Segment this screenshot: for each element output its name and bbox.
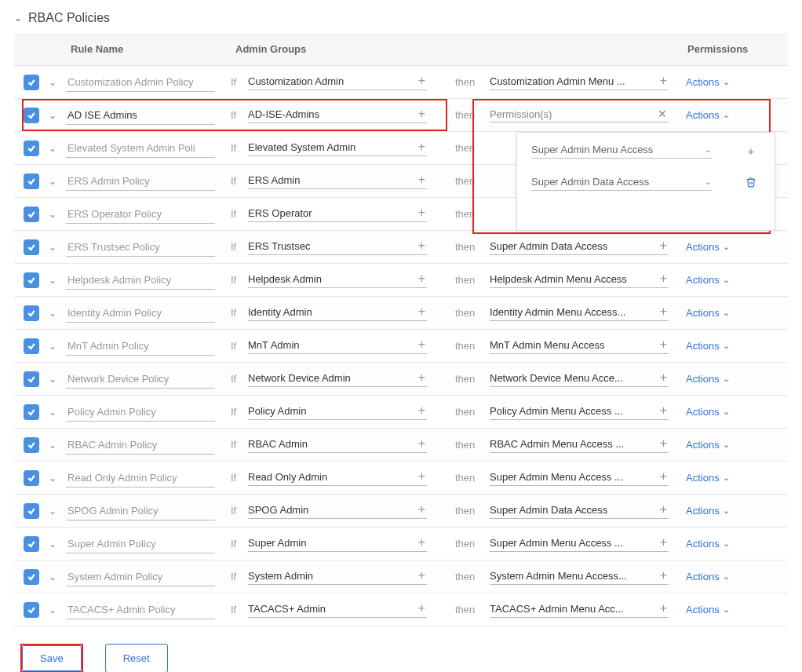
actions-menu[interactable]: Actions⌄ xyxy=(686,274,730,286)
permission-dropdown[interactable]: System Admin Menu Access...+ xyxy=(490,568,669,585)
rule-name-input[interactable] xyxy=(66,502,215,520)
row-checkbox[interactable] xyxy=(24,141,39,156)
rule-name-input[interactable] xyxy=(66,271,215,290)
plus-icon[interactable]: + xyxy=(658,568,669,583)
rule-name-input[interactable] xyxy=(66,370,215,389)
row-checkbox[interactable] xyxy=(24,108,39,123)
plus-icon[interactable]: + xyxy=(658,74,669,88)
chevron-down-icon[interactable]: ⌄ xyxy=(49,143,66,154)
chevron-down-icon[interactable]: ⌄ xyxy=(49,473,66,484)
admin-group-dropdown[interactable]: Elevated System Admin+ xyxy=(248,140,427,156)
admin-group-dropdown[interactable]: SPOG Admin+ xyxy=(248,502,427,519)
rule-name-input[interactable] xyxy=(66,469,215,488)
plus-icon[interactable]: + xyxy=(658,601,669,615)
plus-icon[interactable]: + xyxy=(417,535,427,550)
admin-group-dropdown[interactable]: Policy Admin+ xyxy=(248,404,427,420)
section-header[interactable]: ⌄ RBAC Policies xyxy=(14,8,788,33)
actions-menu[interactable]: Actions⌄ xyxy=(686,241,730,253)
rule-name-input[interactable] xyxy=(66,601,215,619)
plus-icon[interactable]: + xyxy=(658,469,669,484)
row-checkbox[interactable] xyxy=(24,470,39,486)
plus-icon[interactable]: + xyxy=(658,535,669,550)
rule-name-input[interactable] xyxy=(66,106,215,125)
plus-icon[interactable]: + xyxy=(417,206,427,220)
rule-name-input[interactable] xyxy=(66,337,215,356)
admin-group-dropdown[interactable]: ERS Trustsec+ xyxy=(248,239,427,255)
plus-icon[interactable]: + xyxy=(658,404,669,418)
chevron-down-icon[interactable]: ⌄ xyxy=(49,604,66,615)
plus-icon[interactable]: + xyxy=(658,239,669,253)
plus-icon[interactable]: + xyxy=(417,502,427,517)
plus-icon[interactable]: + xyxy=(417,107,427,121)
permission-dropdown[interactable]: Policy Admin Menu Access ...+ xyxy=(490,404,669,420)
actions-menu[interactable]: Actions⌄ xyxy=(686,373,730,385)
permission-dropdown[interactable]: TACACS+ Admin Menu Acc...+ xyxy=(490,601,669,618)
plus-icon[interactable]: + xyxy=(417,338,427,352)
permission-dropdown[interactable]: Super Admin Data Access+ xyxy=(490,239,669,255)
row-checkbox[interactable] xyxy=(24,569,39,585)
admin-group-dropdown[interactable]: Customization Admin+ xyxy=(248,74,427,90)
row-checkbox[interactable] xyxy=(24,239,39,255)
permission-dropdown[interactable]: Customization Admin Menu ...+ xyxy=(490,74,669,90)
row-checkbox[interactable] xyxy=(24,602,39,618)
chevron-down-icon[interactable]: ⌄ xyxy=(49,176,66,187)
plus-icon[interactable]: + xyxy=(417,305,427,319)
admin-group-dropdown[interactable]: Network Device Admin+ xyxy=(248,371,427,387)
permission-dropdown[interactable]: Super Admin Data Access+ xyxy=(490,502,669,519)
rule-name-input[interactable] xyxy=(66,436,215,455)
plus-icon[interactable]: + xyxy=(417,140,427,154)
chevron-down-icon[interactable]: ⌄ xyxy=(49,275,66,286)
permission-dropdown[interactable]: Super Admin Menu Access ...+ xyxy=(490,469,669,486)
row-checkbox[interactable] xyxy=(24,305,39,321)
plus-icon[interactable]: + xyxy=(417,601,427,615)
plus-icon[interactable]: + xyxy=(417,173,427,187)
rule-name-input[interactable] xyxy=(66,172,215,191)
actions-menu[interactable]: Actions⌄ xyxy=(686,76,730,88)
row-checkbox[interactable] xyxy=(24,437,39,453)
plus-icon[interactable]: + xyxy=(417,74,427,88)
admin-group-dropdown[interactable]: AD-ISE-Admins+ xyxy=(248,107,427,123)
reset-button[interactable]: Reset xyxy=(105,644,168,672)
chevron-down-icon[interactable]: ⌄ xyxy=(49,308,66,319)
admin-group-dropdown[interactable]: Read Only Admin+ xyxy=(248,469,427,486)
rule-name-input[interactable] xyxy=(66,304,215,323)
save-button[interactable]: Save xyxy=(22,645,82,671)
chevron-down-icon[interactable]: ⌄ xyxy=(49,242,66,253)
actions-menu[interactable]: Actions⌄ xyxy=(686,439,730,451)
row-checkbox[interactable] xyxy=(24,75,39,90)
plus-icon[interactable]: + xyxy=(417,272,427,286)
permission-dropdown[interactable]: Identity Admin Menu Access...+ xyxy=(490,305,669,321)
row-checkbox[interactable] xyxy=(24,371,39,387)
admin-group-dropdown[interactable]: Super Admin+ xyxy=(248,535,427,552)
rule-name-input[interactable] xyxy=(66,568,215,586)
plus-icon[interactable]: + xyxy=(417,469,427,484)
admin-group-dropdown[interactable]: RBAC Admin+ xyxy=(248,436,427,453)
actions-menu[interactable]: Actions⌄ xyxy=(686,571,730,583)
plus-icon[interactable]: + xyxy=(742,144,760,158)
chevron-down-icon[interactable]: ⌄ xyxy=(49,110,66,121)
plus-icon[interactable]: + xyxy=(658,502,669,517)
actions-menu[interactable]: Actions⌄ xyxy=(686,340,730,352)
rule-name-input[interactable] xyxy=(66,205,215,224)
row-checkbox[interactable] xyxy=(24,206,39,222)
plus-icon[interactable]: + xyxy=(658,305,669,319)
admin-group-dropdown[interactable]: TACACS+ Admin+ xyxy=(248,601,427,618)
rule-name-input[interactable] xyxy=(66,73,215,92)
plus-icon[interactable]: + xyxy=(658,371,669,385)
admin-group-dropdown[interactable]: ERS Operator+ xyxy=(248,206,427,222)
row-checkbox[interactable] xyxy=(24,272,39,288)
popover-permission-dropdown[interactable]: Super Admin Data Access⌄ xyxy=(531,176,712,191)
plus-icon[interactable]: + xyxy=(658,338,669,352)
chevron-down-icon[interactable]: ⌄ xyxy=(49,341,66,352)
rule-name-input[interactable] xyxy=(66,238,215,257)
permission-dropdown[interactable]: Permission(s)✕ xyxy=(490,108,669,122)
admin-group-dropdown[interactable]: MnT Admin+ xyxy=(248,338,427,354)
chevron-down-icon[interactable]: ⌄ xyxy=(49,209,66,220)
plus-icon[interactable]: + xyxy=(417,404,427,418)
popover-permission-dropdown[interactable]: Super Admin Menu Access⌄ xyxy=(531,144,712,159)
actions-menu[interactable]: Actions⌄ xyxy=(686,406,730,418)
chevron-down-icon[interactable]: ⌄ xyxy=(49,374,66,385)
plus-icon[interactable]: + xyxy=(417,371,427,385)
row-checkbox[interactable] xyxy=(24,503,39,519)
permission-dropdown[interactable]: Helpdesk Admin Menu Access+ xyxy=(490,272,669,288)
